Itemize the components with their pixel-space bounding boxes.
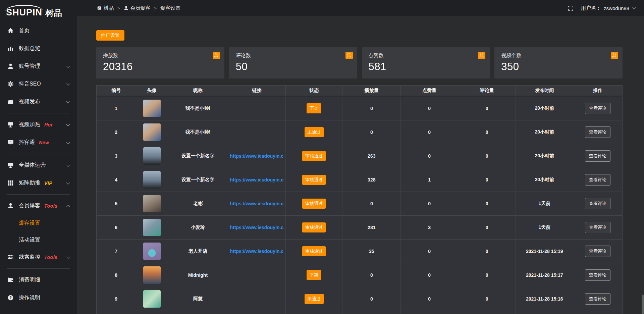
cell-likes: 3 — [401, 216, 458, 239]
sidebar-item-10[interactable]: 矩阵助推VIP — [0, 174, 77, 192]
video-link[interactable]: https://www.iesdouyin.c — [230, 177, 284, 182]
cell-avatar — [136, 311, 168, 314]
status-badge: 审核通过 — [302, 246, 326, 256]
sidebar-item-13[interactable]: 线索监控Tools — [0, 248, 77, 266]
cell-nickname: 小爱玲 — [168, 216, 228, 239]
cell-comments: 0 — [458, 192, 516, 215]
gear-icon — [7, 81, 14, 87]
table-row: 3设置一个新名字https://www.iesdouyin.c审核通过26300… — [97, 144, 622, 168]
cell-link — [228, 287, 286, 311]
sidebar-item-1[interactable]: 数据总览 — [0, 40, 77, 57]
avatar — [143, 100, 161, 117]
breadcrumb-item-1[interactable]: 会员爆客 — [124, 5, 151, 11]
topbar-right: 用户名： zswodun88 — [568, 5, 635, 11]
sidebar-subitem-1[interactable]: 活动设置 — [0, 231, 77, 248]
cell-comments: 0 — [458, 97, 516, 120]
sidebar-item-4[interactable]: 视频发布 — [0, 93, 77, 111]
fullscreen-icon[interactable] — [568, 5, 574, 11]
view-comments-button[interactable]: 查看评论 — [585, 126, 610, 138]
video-link[interactable]: https://www.iesdouyin.c — [230, 225, 284, 230]
sidebar-item-0[interactable]: 首页 — [0, 22, 77, 40]
cell-plays: 35 — [342, 240, 401, 263]
sidebar-item-label: 数据总览 — [19, 45, 40, 52]
chevron-down-icon — [66, 180, 70, 184]
table-row: 6小爱玲https://www.iesdouyin.c审核通过281301天前查… — [97, 216, 622, 240]
sidebar-item-tag: VIP — [44, 180, 52, 186]
avatar — [143, 195, 161, 212]
status-badge: 下架 — [307, 103, 321, 113]
status-badge: 审核通过 — [302, 199, 326, 209]
stat-card-label: 点赞数 — [369, 52, 483, 59]
sidebar-item-label: 全媒体运营 — [19, 162, 46, 169]
help-icon: ? — [7, 295, 14, 301]
chevron-down-icon — [66, 163, 70, 166]
sidebar-subitem-0[interactable]: 爆客设置 — [0, 215, 77, 231]
view-comments-button[interactable]: 查看评论 — [585, 269, 610, 281]
column-header-7: 评论量 — [458, 86, 516, 96]
sidebar-item-15[interactable]: 消费明细 — [0, 271, 77, 289]
cell-nickname: 我不是小帅! — [168, 120, 228, 144]
view-comments-button[interactable]: 查看评论 — [585, 222, 610, 233]
promo-settings-button[interactable]: 推广设置 — [96, 30, 124, 41]
cell-time: 2021-11-28 15:19 — [516, 240, 573, 263]
sidebar-item-16[interactable]: ?操作说明 — [0, 289, 77, 307]
brand-logo[interactable]: SHUPIN 树品 — [0, 0, 77, 18]
sidebar-divider — [7, 154, 70, 154]
cell-link: https://www.iesdouyin.c — [228, 216, 286, 239]
video-link[interactable]: https://www.iesdouyin.c — [230, 201, 284, 206]
table-header: 编号头像昵称链接状态播放量点赞量评论量发布时间操作 — [97, 86, 622, 97]
breadcrumb-separator: > — [154, 6, 157, 11]
stat-card-value: 20316 — [103, 61, 218, 73]
total-badge: 总 — [213, 52, 220, 59]
chevron-down-icon — [66, 255, 70, 258]
cell-link — [228, 263, 286, 287]
avatar — [143, 147, 161, 165]
sidebar-item-6[interactable]: 视频加热Hot — [0, 116, 77, 134]
view-comments-button[interactable]: 查看评论 — [585, 198, 610, 209]
sidebar-item-3[interactable]: 抖音SEO — [0, 75, 77, 93]
video-link[interactable]: https://www.iesdouyin.c — [230, 249, 284, 254]
stat-card-label: 播放数 — [103, 52, 218, 59]
cell-id: 3 — [97, 144, 136, 168]
table-row — [97, 311, 622, 314]
sidebar-item-12[interactable]: 会员爆客Tools — [0, 197, 77, 215]
view-comments-button[interactable]: 查看评论 — [585, 150, 610, 162]
cell-actions — [573, 311, 622, 314]
cell-plays: 0 — [342, 287, 401, 311]
scrollbar-thumb[interactable] — [642, 295, 644, 314]
view-comments-button[interactable]: 查看评论 — [585, 103, 610, 114]
cell-avatar — [136, 216, 168, 239]
sidebar-item-tag: Hot — [44, 122, 53, 127]
cell-plays: 0 — [342, 263, 401, 287]
breadcrumb-item-2[interactable]: 爆客设置 — [160, 5, 180, 11]
cell-time — [516, 311, 573, 314]
cell-avatar — [136, 192, 168, 215]
view-comments-button[interactable]: 查看评论 — [585, 246, 610, 257]
cell-id: 5 — [97, 192, 136, 215]
cell-plays: 281 — [342, 216, 401, 239]
stat-card-value: 50 — [236, 61, 351, 73]
chevron-down-icon — [632, 6, 636, 9]
stat-card-0: 播放数20316总 — [96, 47, 224, 78]
view-comments-button[interactable]: 查看评论 — [585, 293, 610, 305]
cell-actions: 查看评论 — [573, 144, 622, 168]
cell-comments: 0 — [458, 240, 516, 263]
cell-avatar — [136, 144, 168, 168]
sidebar-item-label: 抖客通 — [19, 139, 35, 146]
cell-comments: 0 — [458, 144, 516, 168]
sidebar-item-label: 线索监控 — [19, 254, 40, 261]
video-link[interactable]: https://www.iesdouyin.c — [230, 153, 284, 159]
table-row: 8Midnight下架0002021-11-28 15:17查看评论 — [97, 263, 622, 287]
user-menu[interactable]: 用户名： zswodun88 — [581, 5, 635, 11]
view-comments-button[interactable]: 查看评论 — [585, 174, 610, 186]
sidebar-item-9[interactable]: 全媒体运营 — [0, 156, 77, 174]
sidebar-item-2[interactable]: 账号管理 — [0, 57, 77, 75]
cell-likes: 0 — [401, 287, 458, 311]
sidebar-item-7[interactable]: 抖客通New — [0, 134, 77, 151]
cell-actions: 查看评论 — [573, 192, 622, 215]
avatar — [143, 219, 161, 236]
username-value: zswodun88 — [604, 5, 629, 11]
breadcrumb-item-0[interactable]: 树品 — [97, 5, 114, 11]
cell-likes: 0 — [401, 263, 458, 287]
cell-plays: 328 — [342, 168, 401, 192]
